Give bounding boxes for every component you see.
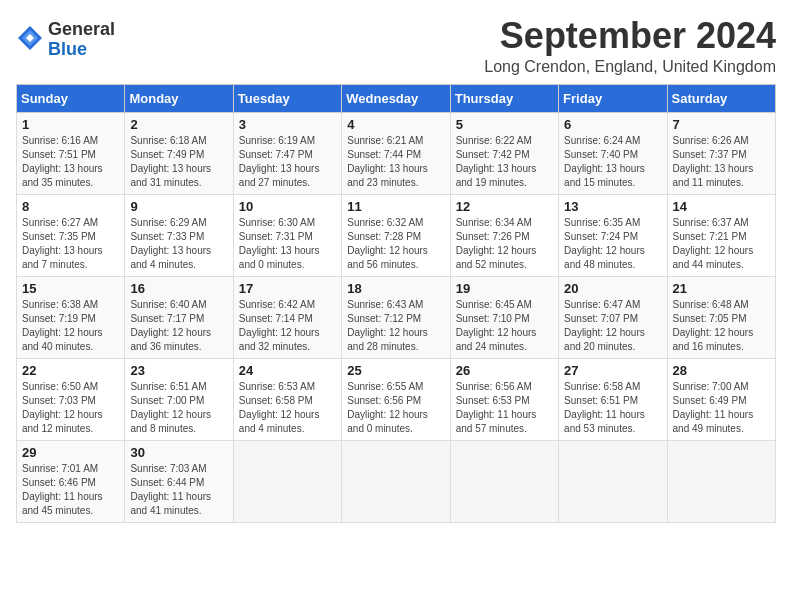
calendar-cell: 10Sunrise: 6:30 AM Sunset: 7:31 PM Dayli… (233, 194, 341, 276)
day-info: Sunrise: 7:00 AM Sunset: 6:49 PM Dayligh… (673, 380, 770, 436)
calendar-cell: 8Sunrise: 6:27 AM Sunset: 7:35 PM Daylig… (17, 194, 125, 276)
day-number: 14 (673, 199, 770, 214)
calendar-cell (233, 440, 341, 522)
calendar-cell: 14Sunrise: 6:37 AM Sunset: 7:21 PM Dayli… (667, 194, 775, 276)
calendar-week-1: 8Sunrise: 6:27 AM Sunset: 7:35 PM Daylig… (17, 194, 776, 276)
day-number: 2 (130, 117, 227, 132)
calendar-cell: 3Sunrise: 6:19 AM Sunset: 7:47 PM Daylig… (233, 112, 341, 194)
page-header: General Blue September 2024 Long Crendon… (16, 16, 776, 76)
calendar-week-3: 22Sunrise: 6:50 AM Sunset: 7:03 PM Dayli… (17, 358, 776, 440)
day-info: Sunrise: 7:01 AM Sunset: 6:46 PM Dayligh… (22, 462, 119, 518)
day-info: Sunrise: 6:40 AM Sunset: 7:17 PM Dayligh… (130, 298, 227, 354)
day-info: Sunrise: 6:47 AM Sunset: 7:07 PM Dayligh… (564, 298, 661, 354)
day-info: Sunrise: 6:56 AM Sunset: 6:53 PM Dayligh… (456, 380, 553, 436)
calendar-cell: 11Sunrise: 6:32 AM Sunset: 7:28 PM Dayli… (342, 194, 450, 276)
calendar-cell: 18Sunrise: 6:43 AM Sunset: 7:12 PM Dayli… (342, 276, 450, 358)
calendar-cell: 20Sunrise: 6:47 AM Sunset: 7:07 PM Dayli… (559, 276, 667, 358)
calendar-cell: 12Sunrise: 6:34 AM Sunset: 7:26 PM Dayli… (450, 194, 558, 276)
day-number: 9 (130, 199, 227, 214)
day-number: 29 (22, 445, 119, 460)
day-info: Sunrise: 6:38 AM Sunset: 7:19 PM Dayligh… (22, 298, 119, 354)
day-header-monday: Monday (125, 84, 233, 112)
day-info: Sunrise: 6:18 AM Sunset: 7:49 PM Dayligh… (130, 134, 227, 190)
day-number: 4 (347, 117, 444, 132)
day-number: 16 (130, 281, 227, 296)
calendar-week-0: 1Sunrise: 6:16 AM Sunset: 7:51 PM Daylig… (17, 112, 776, 194)
day-info: Sunrise: 6:22 AM Sunset: 7:42 PM Dayligh… (456, 134, 553, 190)
calendar-cell: 13Sunrise: 6:35 AM Sunset: 7:24 PM Dayli… (559, 194, 667, 276)
day-header-saturday: Saturday (667, 84, 775, 112)
calendar-cell: 23Sunrise: 6:51 AM Sunset: 7:00 PM Dayli… (125, 358, 233, 440)
calendar-cell: 25Sunrise: 6:55 AM Sunset: 6:56 PM Dayli… (342, 358, 450, 440)
day-number: 20 (564, 281, 661, 296)
calendar-cell: 16Sunrise: 6:40 AM Sunset: 7:17 PM Dayli… (125, 276, 233, 358)
calendar-cell: 27Sunrise: 6:58 AM Sunset: 6:51 PM Dayli… (559, 358, 667, 440)
day-number: 17 (239, 281, 336, 296)
calendar-cell (559, 440, 667, 522)
day-header-wednesday: Wednesday (342, 84, 450, 112)
day-number: 22 (22, 363, 119, 378)
day-info: Sunrise: 6:27 AM Sunset: 7:35 PM Dayligh… (22, 216, 119, 272)
month-title: September 2024 (484, 16, 776, 56)
calendar-cell: 4Sunrise: 6:21 AM Sunset: 7:44 PM Daylig… (342, 112, 450, 194)
day-info: Sunrise: 7:03 AM Sunset: 6:44 PM Dayligh… (130, 462, 227, 518)
day-info: Sunrise: 6:48 AM Sunset: 7:05 PM Dayligh… (673, 298, 770, 354)
day-info: Sunrise: 6:42 AM Sunset: 7:14 PM Dayligh… (239, 298, 336, 354)
title-block: September 2024 Long Crendon, England, Un… (484, 16, 776, 76)
calendar-cell: 5Sunrise: 6:22 AM Sunset: 7:42 PM Daylig… (450, 112, 558, 194)
day-number: 11 (347, 199, 444, 214)
logo-blue: Blue (48, 40, 115, 60)
logo-text: General Blue (48, 20, 115, 60)
day-number: 8 (22, 199, 119, 214)
day-info: Sunrise: 6:26 AM Sunset: 7:37 PM Dayligh… (673, 134, 770, 190)
day-number: 12 (456, 199, 553, 214)
calendar-cell: 22Sunrise: 6:50 AM Sunset: 7:03 PM Dayli… (17, 358, 125, 440)
day-info: Sunrise: 6:53 AM Sunset: 6:58 PM Dayligh… (239, 380, 336, 436)
day-info: Sunrise: 6:58 AM Sunset: 6:51 PM Dayligh… (564, 380, 661, 436)
calendar-cell: 17Sunrise: 6:42 AM Sunset: 7:14 PM Dayli… (233, 276, 341, 358)
calendar-cell (450, 440, 558, 522)
day-number: 5 (456, 117, 553, 132)
logo-general: General (48, 20, 115, 40)
day-number: 24 (239, 363, 336, 378)
calendar-cell: 19Sunrise: 6:45 AM Sunset: 7:10 PM Dayli… (450, 276, 558, 358)
calendar-cell: 26Sunrise: 6:56 AM Sunset: 6:53 PM Dayli… (450, 358, 558, 440)
day-info: Sunrise: 6:29 AM Sunset: 7:33 PM Dayligh… (130, 216, 227, 272)
day-info: Sunrise: 6:19 AM Sunset: 7:47 PM Dayligh… (239, 134, 336, 190)
day-info: Sunrise: 6:32 AM Sunset: 7:28 PM Dayligh… (347, 216, 444, 272)
day-number: 3 (239, 117, 336, 132)
calendar-cell: 21Sunrise: 6:48 AM Sunset: 7:05 PM Dayli… (667, 276, 775, 358)
calendar-table: SundayMondayTuesdayWednesdayThursdayFrid… (16, 84, 776, 523)
day-number: 21 (673, 281, 770, 296)
calendar-cell: 2Sunrise: 6:18 AM Sunset: 7:49 PM Daylig… (125, 112, 233, 194)
calendar-cell: 15Sunrise: 6:38 AM Sunset: 7:19 PM Dayli… (17, 276, 125, 358)
calendar-body: 1Sunrise: 6:16 AM Sunset: 7:51 PM Daylig… (17, 112, 776, 522)
day-info: Sunrise: 6:45 AM Sunset: 7:10 PM Dayligh… (456, 298, 553, 354)
day-info: Sunrise: 6:51 AM Sunset: 7:00 PM Dayligh… (130, 380, 227, 436)
day-info: Sunrise: 6:37 AM Sunset: 7:21 PM Dayligh… (673, 216, 770, 272)
calendar-cell: 24Sunrise: 6:53 AM Sunset: 6:58 PM Dayli… (233, 358, 341, 440)
day-info: Sunrise: 6:55 AM Sunset: 6:56 PM Dayligh… (347, 380, 444, 436)
calendar-cell: 28Sunrise: 7:00 AM Sunset: 6:49 PM Dayli… (667, 358, 775, 440)
day-number: 19 (456, 281, 553, 296)
day-number: 30 (130, 445, 227, 460)
day-number: 28 (673, 363, 770, 378)
day-number: 26 (456, 363, 553, 378)
day-number: 1 (22, 117, 119, 132)
day-number: 6 (564, 117, 661, 132)
day-number: 27 (564, 363, 661, 378)
day-info: Sunrise: 6:34 AM Sunset: 7:26 PM Dayligh… (456, 216, 553, 272)
calendar-week-2: 15Sunrise: 6:38 AM Sunset: 7:19 PM Dayli… (17, 276, 776, 358)
day-info: Sunrise: 6:43 AM Sunset: 7:12 PM Dayligh… (347, 298, 444, 354)
calendar-week-4: 29Sunrise: 7:01 AM Sunset: 6:46 PM Dayli… (17, 440, 776, 522)
day-info: Sunrise: 6:35 AM Sunset: 7:24 PM Dayligh… (564, 216, 661, 272)
day-number: 15 (22, 281, 119, 296)
day-info: Sunrise: 6:30 AM Sunset: 7:31 PM Dayligh… (239, 216, 336, 272)
calendar-cell: 29Sunrise: 7:01 AM Sunset: 6:46 PM Dayli… (17, 440, 125, 522)
logo-icon (16, 24, 44, 52)
day-info: Sunrise: 6:24 AM Sunset: 7:40 PM Dayligh… (564, 134, 661, 190)
day-number: 25 (347, 363, 444, 378)
day-header-tuesday: Tuesday (233, 84, 341, 112)
day-header-thursday: Thursday (450, 84, 558, 112)
day-info: Sunrise: 6:50 AM Sunset: 7:03 PM Dayligh… (22, 380, 119, 436)
